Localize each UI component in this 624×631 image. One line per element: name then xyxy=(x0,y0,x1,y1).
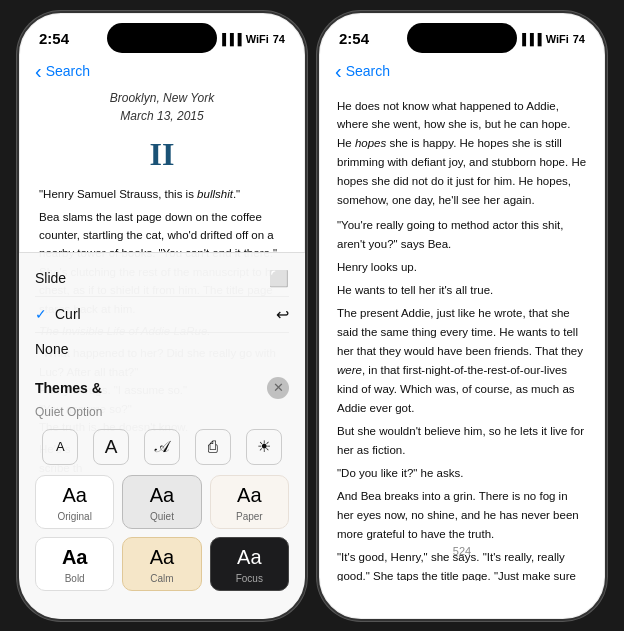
theme-quiet-label: Quiet xyxy=(150,511,174,522)
slide-option-none[interactable]: None xyxy=(35,333,289,365)
nav-bar-right[interactable]: Search xyxy=(319,57,605,85)
nav-bar-left[interactable]: Search xyxy=(19,57,305,85)
chevron-left-icon-right xyxy=(335,61,344,81)
slide-options: Slide ⬜ ✓ Curl ↩ None xyxy=(19,253,305,369)
battery-icon: 74 xyxy=(273,33,285,45)
theme-calm-aa: Aa xyxy=(150,546,174,569)
font-style-icon: 𝒜 xyxy=(155,438,169,456)
theme-quiet[interactable]: Aa Quiet xyxy=(122,475,201,529)
font-small-button[interactable]: A xyxy=(42,429,78,465)
chevron-left-icon xyxy=(35,61,44,81)
brightness-icon: ☀ xyxy=(257,437,271,456)
font-small-icon: A xyxy=(56,439,65,454)
curl-icon: ↩ xyxy=(276,305,289,324)
book-location: Brooklyn, New YorkMarch 13, 2015 xyxy=(39,89,285,126)
themes-header: Themes & ✕ xyxy=(19,369,305,403)
book-content-right: He does not know what happened to Addie,… xyxy=(319,85,605,581)
theme-quiet-aa: Aa xyxy=(150,484,174,507)
theme-calm[interactable]: Aa Calm xyxy=(122,537,201,591)
theme-bold-label: Bold xyxy=(65,573,85,584)
font-large-button[interactable]: A xyxy=(93,429,129,465)
time-right: 2:54 xyxy=(339,30,369,47)
nav-back-label-left: Search xyxy=(46,63,90,79)
back-button-right[interactable]: Search xyxy=(335,61,390,81)
wifi-icon-right: WiFi xyxy=(546,33,569,45)
slide-option-slide[interactable]: Slide ⬜ xyxy=(35,261,289,297)
battery-icon-right: 74 xyxy=(573,33,585,45)
toolbar-row: A A 𝒜 ⎙ ☀ xyxy=(19,423,305,471)
theme-paper[interactable]: Aa Paper xyxy=(210,475,289,529)
theme-original-aa: Aa xyxy=(62,484,86,507)
dynamic-island xyxy=(107,23,217,53)
quiet-option-label: Quiet Option xyxy=(19,403,305,421)
theme-paper-label: Paper xyxy=(236,511,263,522)
slide-icon: ⬜ xyxy=(269,269,289,288)
theme-focus-label: Focus xyxy=(236,573,263,584)
wifi-icon: WiFi xyxy=(246,33,269,45)
bottom-panel: Slide ⬜ ✓ Curl ↩ None xyxy=(19,252,305,619)
curl-icon-right: ↩ xyxy=(276,305,289,324)
phones-container: 2:54 ▐▐▐ WiFi 74 Search Brooklyn, New Yo… xyxy=(17,11,607,621)
status-icons-right: ▐▐▐ WiFi 74 xyxy=(518,33,585,45)
signal-icon: ▐▐▐ xyxy=(218,33,241,45)
theme-bold-aa: Aa xyxy=(62,546,88,569)
dynamic-island-right xyxy=(407,23,517,53)
none-label: None xyxy=(35,341,68,357)
nav-back-label-right: Search xyxy=(346,63,390,79)
time-left: 2:54 xyxy=(39,30,69,47)
theme-original[interactable]: Aa Original xyxy=(35,475,114,529)
theme-calm-label: Calm xyxy=(150,573,173,584)
layout-button[interactable]: ⎙ xyxy=(195,429,231,465)
font-large-icon: A xyxy=(105,436,118,458)
status-icons-left: ▐▐▐ WiFi 74 xyxy=(218,33,285,45)
slide-icon-right: ⬜ xyxy=(269,269,289,288)
theme-bold[interactable]: Aa Bold xyxy=(35,537,114,591)
left-phone: 2:54 ▐▐▐ WiFi 74 Search Brooklyn, New Yo… xyxy=(17,11,307,621)
close-icon: ✕ xyxy=(273,380,284,395)
chapter-number: II xyxy=(39,130,285,180)
checkmark-icon: ✓ xyxy=(35,306,47,322)
page-number: 524 xyxy=(319,541,605,559)
close-button[interactable]: ✕ xyxy=(267,377,289,399)
back-button-left[interactable]: Search xyxy=(35,61,90,81)
theme-original-label: Original xyxy=(57,511,91,522)
layout-icon: ⎙ xyxy=(208,438,218,456)
brightness-button[interactable]: ☀ xyxy=(246,429,282,465)
themes-grid: Aa Original Aa Quiet Aa Paper Aa Bold Aa xyxy=(19,471,305,599)
slide-option-curl[interactable]: ✓ Curl ↩ xyxy=(35,297,289,333)
themes-title: Themes & xyxy=(35,380,102,396)
theme-focus-aa: Aa xyxy=(237,546,261,569)
font-style-button[interactable]: 𝒜 xyxy=(144,429,180,465)
curl-label: Curl xyxy=(55,306,81,322)
right-phone: 2:54 ▐▐▐ WiFi 74 Search He does not know… xyxy=(317,11,607,621)
theme-focus[interactable]: Aa Focus xyxy=(210,537,289,591)
theme-paper-aa: Aa xyxy=(237,484,261,507)
signal-icon-right: ▐▐▐ xyxy=(518,33,541,45)
slide-label: Slide xyxy=(35,270,66,286)
